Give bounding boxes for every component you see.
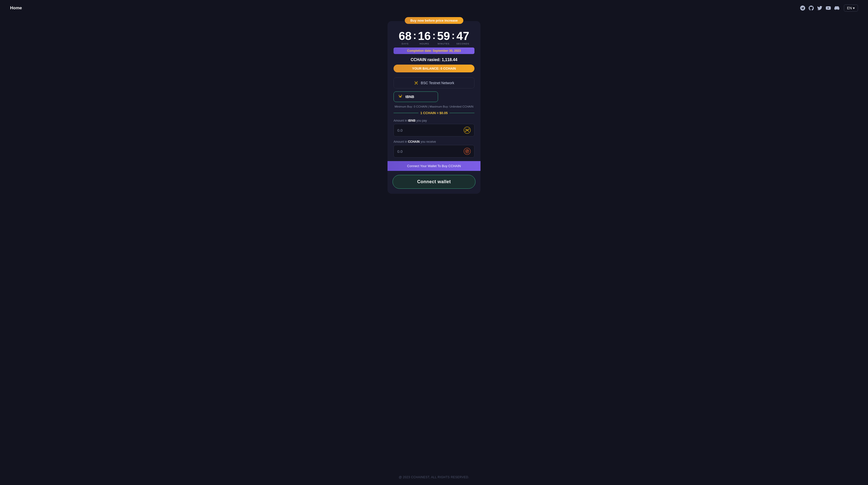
price-divider-left: [394, 113, 418, 113]
amount-pay-input[interactable]: [394, 125, 460, 136]
connect-info-bar: Connect Your Wallet To Buy CCHAIN: [388, 161, 480, 171]
bnb-input-icon: [464, 127, 471, 134]
countdown-timer: 68 DAYS : 16 HOURS : 59 MINUTES : 47 SEC…: [394, 30, 474, 45]
amount-receive-input-row: [394, 145, 474, 157]
chevron-down-icon: ▾: [853, 6, 855, 10]
receive-token-label: CCHAIN: [408, 140, 420, 144]
telegram-icon[interactable]: [800, 5, 805, 10]
footer: @ 2023 CCHAINEST, ALL RIGHTS RESERVED.: [0, 469, 868, 485]
countdown-days: 68 DAYS: [399, 30, 411, 45]
twitter-icon[interactable]: [817, 5, 822, 10]
network-icon: [414, 81, 418, 85]
discord-icon[interactable]: [834, 5, 839, 10]
lang-label: EN: [847, 6, 852, 10]
header-right: EN ▾: [800, 4, 858, 11]
youtube-icon[interactable]: [826, 5, 831, 10]
sep-2: :: [432, 30, 435, 41]
completion-date-bar: Completion date: September 30, 2023: [394, 48, 474, 54]
sep-3: :: [452, 30, 455, 41]
seconds-label: SECONDS: [456, 42, 469, 45]
banner-pill: Buy now before price increase: [405, 17, 463, 24]
countdown-seconds: 47 SECONDS: [456, 30, 469, 45]
presale-card: Buy now before price increase 68 DAYS : …: [388, 21, 480, 194]
hours-label: HOURS: [420, 42, 429, 45]
amount-pay-input-row: [394, 124, 474, 137]
amount-receive-label: Amount in CCHAIN you receive: [394, 140, 474, 144]
minutes-label: MINUTES: [437, 42, 450, 45]
countdown-hours: 16 HOURS: [418, 30, 431, 45]
amount-pay-icon-btn[interactable]: [460, 124, 474, 136]
footer-text: @ 2023 CCHAINEST, ALL RIGHTS RESERVED.: [399, 476, 469, 479]
sep-1: :: [413, 30, 416, 41]
home-link[interactable]: Home: [10, 5, 22, 10]
token-label: tBNB: [405, 95, 414, 99]
connect-wallet-button[interactable]: Connect wallet: [393, 175, 475, 189]
language-selector[interactable]: EN ▾: [844, 4, 858, 11]
token-selector[interactable]: tBNB: [394, 91, 438, 102]
network-text: BSC Testnet Network: [421, 81, 454, 85]
balance-badge: YOUR BALANCE: 0 CCHAIN: [394, 65, 474, 72]
social-icons: [800, 5, 839, 10]
bnb-token-icon: [398, 94, 403, 99]
amount-receive-icon-btn[interactable]: [460, 145, 474, 157]
github-icon[interactable]: [809, 5, 814, 10]
main-content: Buy now before price increase 68 DAYS : …: [0, 16, 868, 469]
countdown-minutes: 59 MINUTES: [437, 30, 450, 45]
pay-token-label: tBNB: [408, 119, 415, 122]
days-number: 68: [399, 30, 411, 42]
cchain-input-icon: [464, 148, 471, 155]
amount-pay-label: Amount in tBNB you pay: [394, 119, 474, 122]
minutes-number: 59: [437, 30, 450, 42]
hours-number: 16: [418, 30, 431, 42]
price-divider-right: [450, 113, 474, 113]
price-text: 1 CCHAIN = $0.05: [421, 111, 448, 115]
minmax-info: Minimum Buy: 0 CCHAIN | Maximum Buy: Unl…: [394, 105, 474, 108]
amount-receive-input[interactable]: [394, 146, 460, 157]
days-label: DAYS: [402, 42, 409, 45]
raised-amount: CCHAIN rasied: 1,118.44: [394, 58, 474, 62]
network-selector[interactable]: BSC Testnet Network: [394, 78, 474, 88]
header: Home: [0, 0, 868, 16]
price-line: 1 CCHAIN = $0.05: [394, 111, 474, 115]
seconds-number: 47: [456, 30, 469, 42]
